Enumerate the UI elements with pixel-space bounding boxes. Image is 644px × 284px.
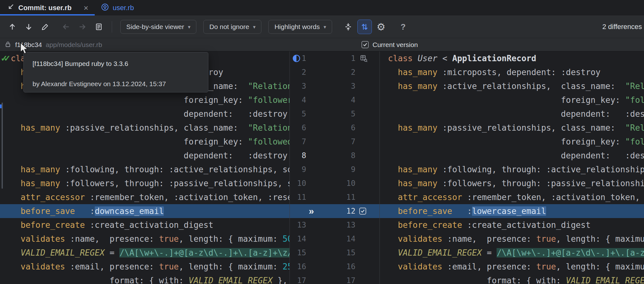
checkbox-box bbox=[359, 208, 366, 215]
code-line: validates :email, presence: true, length… bbox=[0, 260, 289, 274]
current-version-checkbox[interactable] bbox=[361, 41, 369, 48]
code-line: foreign_key: "followed_id", bbox=[380, 135, 644, 149]
line-number-right: 17 bbox=[343, 274, 355, 284]
line-number-left: 13 bbox=[293, 218, 306, 232]
code-line: dependent: :destroy bbox=[380, 149, 644, 163]
changed-files-list-icon[interactable] bbox=[92, 20, 106, 34]
collapse-unchanged-button[interactable] bbox=[341, 20, 355, 34]
annotate-grid-icon[interactable] bbox=[360, 54, 368, 64]
jump-to-source-button[interactable] bbox=[38, 20, 52, 34]
code-line: foreign_key: "followed_id", bbox=[0, 135, 289, 149]
mouse-cursor bbox=[20, 42, 29, 56]
chevron-down-icon: ▾ bbox=[188, 24, 190, 30]
line-number-left: 10 bbox=[293, 176, 306, 190]
line-number-right: 11 bbox=[343, 190, 355, 204]
gutter-row: 88 bbox=[290, 149, 379, 163]
line-number-right: 9 bbox=[343, 163, 355, 176]
line-number-left: 2 bbox=[293, 65, 306, 79]
gutter-row: 1010 bbox=[290, 176, 379, 190]
gutter-row: 1515 bbox=[290, 246, 379, 260]
line-number-left: 11 bbox=[293, 190, 306, 204]
tooltip-commit-message: [f118bc34] Bumped ruby to 3.3.6 bbox=[33, 60, 199, 68]
diff-toolbar: Side-by-side viewer ▾ Do not ignore ▾ Hi… bbox=[0, 16, 644, 38]
code-line: has_many :microposts, dependent: :destro… bbox=[380, 65, 644, 79]
close-icon[interactable]: × bbox=[84, 4, 88, 12]
line-number-right: 1 bbox=[343, 51, 355, 65]
ruby-file-icon bbox=[101, 3, 109, 12]
gutter-row: 1616 bbox=[290, 260, 379, 274]
code-line: format: { with: VALID_EMAIL_REGEX }, bbox=[380, 274, 644, 284]
help-button[interactable]: ? bbox=[396, 20, 410, 34]
file-header-bar: f118bc34 app/models/user.rb Current vers… bbox=[0, 38, 644, 51]
whitespace-ignore-dropdown[interactable]: Do not ignore ▾ bbox=[203, 20, 261, 34]
tab-user-rb[interactable]: user.rb bbox=[95, 0, 140, 15]
forward-button[interactable] bbox=[75, 20, 90, 34]
line-number-right: 14 bbox=[343, 232, 355, 246]
line-number-left: 3 bbox=[293, 79, 306, 93]
line-number-left: 9 bbox=[293, 163, 306, 176]
file-path: app/models/user.rb bbox=[46, 41, 102, 49]
dropdown-value: Highlight words bbox=[274, 23, 320, 31]
gutter-row: 1717 bbox=[290, 274, 379, 284]
code-line: before_save :downcase_email bbox=[0, 204, 289, 218]
line-number-right: 12 bbox=[343, 204, 355, 218]
tab-title: Commit: user.rb bbox=[18, 4, 72, 12]
code-line: dependent: :destroy bbox=[380, 107, 644, 121]
chevron-down-icon: ▾ bbox=[324, 24, 326, 30]
editor-tab-bar: Commit: user.rb × user.rb bbox=[0, 0, 644, 16]
line-number-left: 14 bbox=[293, 232, 306, 246]
tab-title: user.rb bbox=[113, 4, 134, 12]
apply-change-chevron[interactable]: » bbox=[309, 204, 313, 218]
gear-glyph: ⚙ bbox=[377, 22, 385, 32]
change-stripe-marker bbox=[0, 104, 2, 108]
left-scrollbar-thumb[interactable] bbox=[2, 103, 3, 189]
code-line: dependent: :destroy bbox=[0, 149, 289, 163]
line-number-right: 4 bbox=[343, 93, 355, 107]
line-number-right: 5 bbox=[343, 107, 355, 121]
chevron-down-icon: ▾ bbox=[253, 24, 255, 30]
line-number-left bbox=[293, 204, 306, 218]
code-line: VALID_EMAIL_REGEX = /\A[\w+\-.]+@[a-z\d\… bbox=[380, 246, 644, 260]
code-line: before_create :create_activation_digest bbox=[0, 218, 289, 232]
gutter-row: 99 bbox=[290, 163, 379, 176]
synchronize-scrolling-button[interactable] bbox=[357, 20, 372, 34]
gutter-row: 44 bbox=[290, 93, 379, 107]
code-line: class User < ApplicationRecord bbox=[380, 51, 644, 65]
gutter-row: 1313 bbox=[290, 218, 379, 232]
partial-change-circle-icon[interactable] bbox=[292, 54, 301, 64]
line-number-left: 6 bbox=[293, 121, 306, 135]
dropdown-value: Side-by-side viewer bbox=[126, 23, 184, 31]
current-version-toggle[interactable]: Current version bbox=[361, 38, 418, 51]
code-line: attr_accessor :remember_token, :activati… bbox=[0, 190, 289, 204]
tab-commit-user-rb[interactable]: Commit: user.rb × bbox=[0, 0, 95, 15]
line-number-right: 10 bbox=[343, 176, 355, 190]
diff-pane-right[interactable]: class User < ApplicationRecord has_many … bbox=[380, 51, 644, 284]
line-number-right: 3 bbox=[343, 79, 355, 93]
viewer-mode-dropdown[interactable]: Side-by-side viewer ▾ bbox=[120, 20, 196, 34]
right-code: class User < ApplicationRecord has_many … bbox=[380, 51, 644, 284]
code-line: validates :email, presence: true, length… bbox=[380, 260, 644, 274]
line-number-right: 6 bbox=[343, 121, 355, 135]
line-number-left: 17 bbox=[293, 274, 306, 284]
previous-difference-button[interactable] bbox=[5, 20, 20, 34]
gutter-row: 22 bbox=[290, 65, 379, 79]
gutter-row: 33 bbox=[290, 79, 379, 93]
back-button[interactable] bbox=[59, 20, 73, 34]
code-line: dependent: :destroy bbox=[0, 107, 289, 121]
line-number-right: 13 bbox=[343, 218, 355, 232]
code-line: has_many :passive_relationships, class_n… bbox=[0, 121, 289, 135]
current-version-label: Current version bbox=[373, 41, 418, 49]
highlight-mode-dropdown[interactable]: Highlight words ▾ bbox=[268, 20, 332, 34]
gutter-row: 77 bbox=[290, 135, 379, 149]
gutter-row: 66 bbox=[290, 121, 379, 135]
code-line: format: { with: VALID_EMAIL_REGEX }, bbox=[0, 274, 289, 284]
line-number-left: 15 bbox=[293, 246, 306, 260]
code-line: has_many :followers, through: :passive_r… bbox=[0, 176, 289, 190]
code-line: before_create :create_activation_digest bbox=[380, 218, 644, 232]
lock-icon bbox=[4, 41, 11, 49]
help-glyph: ? bbox=[401, 22, 406, 32]
gear-icon[interactable]: ⚙ bbox=[374, 20, 388, 34]
dropdown-value: Do not ignore bbox=[209, 23, 249, 31]
include-change-checkbox[interactable] bbox=[359, 208, 366, 215]
next-difference-button[interactable] bbox=[21, 20, 36, 34]
